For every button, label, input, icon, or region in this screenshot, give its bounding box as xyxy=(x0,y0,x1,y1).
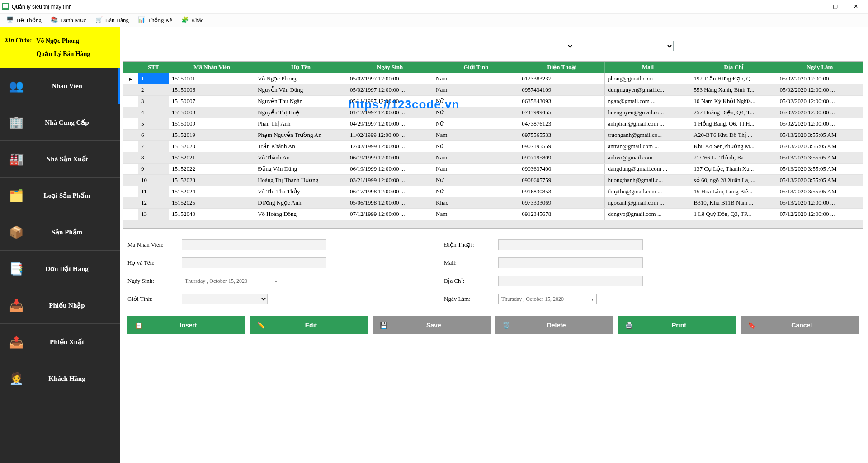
insert-button[interactable]: 📋Insert xyxy=(127,316,245,334)
titlebar: Quản lý siêu thị máy tính — ▢ ✕ xyxy=(0,0,868,14)
cell: 06/19/1999 12:00:00 ... xyxy=(347,152,433,164)
sidebar-item-8[interactable]: 🧑‍💼Khách Hàng xyxy=(0,360,120,397)
sidebar-item-2[interactable]: 🏭Nhà Sản Xuất xyxy=(0,141,120,178)
table-row[interactable]: 1115152024Vũ Thị Thu Thủy06/17/1998 12:0… xyxy=(123,186,863,197)
cell: 05/02/1997 12:00:00 ... xyxy=(347,73,433,84)
cell: 0957434109 xyxy=(519,84,605,96)
cell: 05/06/1998 12:00:00 ... xyxy=(347,197,433,209)
form-field-ĐịaChỉ[interactable] xyxy=(498,276,643,286)
col-header[interactable] xyxy=(123,62,138,73)
form-field-NgàyLàm[interactable]: Thursday , October 15, 2020▾ xyxy=(498,294,597,304)
table-row[interactable]: 615152019Phạm Nguyễn Trường An11/02/1999… xyxy=(123,130,863,141)
form-field-HọvàTên[interactable] xyxy=(182,257,326,268)
cell: 05/13/2020 3:55:05 AM xyxy=(777,164,863,175)
sidebar-item-1[interactable]: 🏢Nhà Cung Cấp xyxy=(0,104,120,141)
table-row[interactable]: 915152022Đặng Văn Dũng06/19/1999 12:00:0… xyxy=(123,164,863,175)
cancel-button[interactable]: 🔖Cancel xyxy=(741,316,859,334)
cell: 05/13/2020 3:55:05 AM xyxy=(777,186,863,197)
cell: 07/12/1999 12:00:00 ... xyxy=(347,209,433,220)
table-row[interactable]: 1215152025Dương Ngọc Anh05/06/1998 12:00… xyxy=(123,197,863,209)
form-field-MãNhânViên[interactable] xyxy=(182,239,326,250)
cell: huongthanh@gmail.c... xyxy=(605,175,691,186)
form-row: Điện Thoại: xyxy=(444,239,643,250)
col-header[interactable]: Họ Tên xyxy=(255,62,347,73)
sidebar-item-label: Phiếu Nhập xyxy=(36,301,113,309)
cell: 0975565533 xyxy=(519,130,605,141)
row-indicator xyxy=(123,107,138,118)
col-header[interactable]: Ngày Sinh xyxy=(347,62,433,73)
table-row[interactable]: 315150007Nguyễn Thu Ngân05/11/1997 12:00… xyxy=(123,96,863,107)
col-header[interactable]: STT xyxy=(138,62,169,73)
sidebar-item-6[interactable]: 📥Phiếu Nhập xyxy=(0,287,120,324)
cell: Nữ xyxy=(433,107,519,118)
filter-bar xyxy=(123,29,863,61)
sidebar-item-7[interactable]: 📤Phiếu Xuất xyxy=(0,324,120,360)
save-button[interactable]: 💾Save xyxy=(373,316,491,334)
table-row[interactable]: 415150008Nguyễn Thị Huệ01/12/1997 12:00:… xyxy=(123,107,863,118)
col-header[interactable]: Ngày Làm xyxy=(777,62,863,73)
menu-Danh Mục[interactable]: 📚Danh Mục xyxy=(46,14,91,26)
filter-combo-1[interactable] xyxy=(313,41,574,51)
col-header[interactable]: Mã Nhân Viên xyxy=(169,62,255,73)
cell: 1 Hồng Bàng, Q6, TPH... xyxy=(691,118,777,130)
print-button[interactable]: 🖨️Print xyxy=(618,316,736,334)
cell: Nguyễn Thị Huệ xyxy=(255,107,347,118)
window-maximize-button[interactable]: ▢ xyxy=(825,0,845,13)
menu-Thống Kê[interactable]: 📊Thống Kê xyxy=(133,14,177,26)
window-minimize-button[interactable]: — xyxy=(804,0,825,13)
table-row[interactable]: 715152020Trần Khánh An12/02/1999 12:00:0… xyxy=(123,141,863,152)
insert-icon: 📋 xyxy=(127,316,149,334)
cell: 15152022 xyxy=(169,164,255,175)
sidebar-item-3[interactable]: 🗂️Loại Sản Phẩm xyxy=(0,178,120,214)
cell: 15150008 xyxy=(169,107,255,118)
delete-button[interactable]: 🗑️Delete xyxy=(495,316,613,334)
cell: Nữ xyxy=(433,96,519,107)
row-indicator xyxy=(123,96,138,107)
cell: 05/13/2020 3:55:05 AM xyxy=(777,141,863,152)
cell: 5 xyxy=(138,118,169,130)
menu-Bán Hàng[interactable]: 🛒Bán Hàng xyxy=(91,14,133,26)
cell: dungnguyen@gmail.c... xyxy=(605,84,691,96)
main-panel: STTMã Nhân ViênHọ TênNgày SinhGiới TínhĐ… xyxy=(120,27,868,463)
sidebar-item-0[interactable]: 👥Nhân Viên xyxy=(0,68,120,104)
greeting-panel: Xin Chào: Võ Ngọc Phong Quản Lý Bán Hàng xyxy=(0,27,120,68)
col-header[interactable]: Điện Thoại xyxy=(519,62,605,73)
col-header[interactable]: Giới Tính xyxy=(433,62,519,73)
window-close-button[interactable]: ✕ xyxy=(845,0,866,13)
cell: 0907195559 xyxy=(519,141,605,152)
cell: Võ Ngọc Phong xyxy=(255,73,347,84)
cell: 05/02/1997 12:00:00 ... xyxy=(347,84,433,96)
filter-combo-2[interactable] xyxy=(579,41,674,51)
cell: Trần Khánh An xyxy=(255,141,347,152)
col-header[interactable]: Địa Chỉ xyxy=(691,62,777,73)
table-row[interactable]: 515150009Phan Thị Anh04/29/1997 12:00:00… xyxy=(123,118,863,130)
sidebar-icon: 📑 xyxy=(7,260,25,278)
form-label: Giới Tính: xyxy=(127,295,173,303)
edit-button[interactable]: ✏️Edit xyxy=(250,316,368,334)
menu-Hệ Thống[interactable]: 🖥️Hệ Thống xyxy=(2,14,46,26)
table-row[interactable]: 115150001Võ Ngọc Phong05/02/1997 12:00:0… xyxy=(123,73,863,84)
sidebar-icon: 🏭 xyxy=(7,150,25,168)
data-grid[interactable]: STTMã Nhân ViênHọ TênNgày SinhGiới TínhĐ… xyxy=(123,61,863,229)
row-indicator xyxy=(123,197,138,209)
cell: 15152023 xyxy=(169,175,255,186)
table-row[interactable]: 815152021Võ Thành An06/19/1999 12:00:00 … xyxy=(123,152,863,164)
cell: 1 Lê Quý Đôn, Q3, TP... xyxy=(691,209,777,220)
form-field-GiớiTính[interactable] xyxy=(182,294,268,304)
cell: 15 Hoa Lâm, Long Biê... xyxy=(691,186,777,197)
sidebar-item-label: Loại Sản Phẩm xyxy=(36,192,113,200)
sidebar-item-4[interactable]: 📦Sản Phẩm xyxy=(0,214,120,251)
col-header[interactable]: Mail xyxy=(605,62,691,73)
table-row[interactable]: 1315152040Võ Hoàng Đông07/12/1999 12:00:… xyxy=(123,209,863,220)
menu-Khác[interactable]: 🧩Khác xyxy=(177,14,208,26)
cell: antran@gmail.com ... xyxy=(605,141,691,152)
svg-rect-1 xyxy=(3,4,8,8)
form-field-NgàySinh[interactable]: Thursday , October 15, 2020▾ xyxy=(182,276,280,286)
table-row[interactable]: 215150006Nguyễn Văn Dũng05/02/1997 12:00… xyxy=(123,84,863,96)
form-row: Ngày Sinh:Thursday , October 15, 2020▾ xyxy=(127,276,326,286)
table-row[interactable]: 1015152023Hoàng Thị Thanh Hương03/21/199… xyxy=(123,175,863,186)
form-field-ĐiệnThoại[interactable] xyxy=(498,239,643,250)
cell: 3 xyxy=(138,96,169,107)
form-field-Mail[interactable] xyxy=(498,257,643,268)
sidebar-item-5[interactable]: 📑Đơn Đặt Hàng xyxy=(0,251,120,287)
